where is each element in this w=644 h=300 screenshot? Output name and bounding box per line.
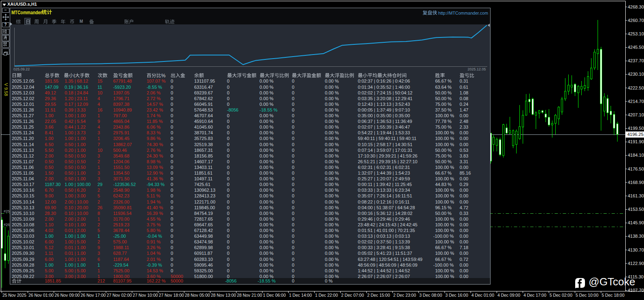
svg-text:%: % [161,73,166,78]
svg-text:|: | [74,73,75,78]
